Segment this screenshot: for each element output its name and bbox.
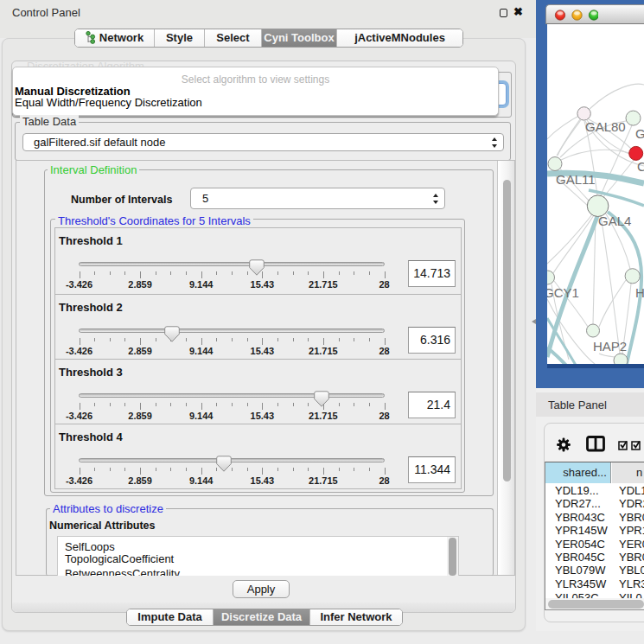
- svg-text:HAP2: HAP2: [593, 339, 627, 354]
- svg-text:GA: GA: [635, 126, 644, 141]
- svg-text:H: H: [635, 285, 644, 300]
- svg-text:GAL11: GAL11: [556, 172, 596, 187]
- svg-text:GAL4: GAL4: [598, 214, 631, 228]
- svg-text:GCY1: GCY1: [547, 285, 579, 300]
- svg-text:GAL80: GAL80: [585, 119, 626, 134]
- svg-text:C: C: [637, 159, 644, 174]
